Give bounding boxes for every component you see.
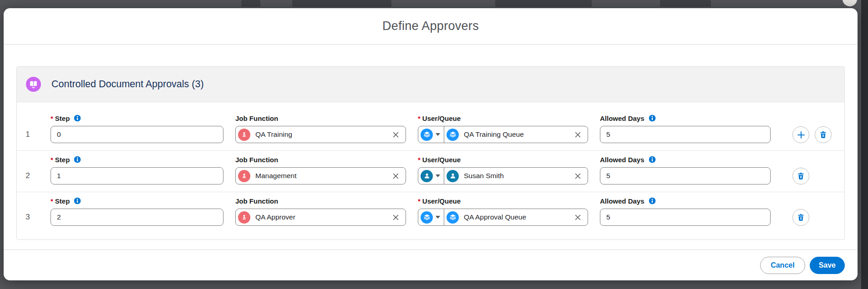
info-icon[interactable] [649,115,656,122]
info-icon[interactable] [74,115,81,122]
row-actions [792,168,838,184]
job-function-pill[interactable]: QA Approver [235,209,406,226]
user-queue-label: * User/Queue [418,114,588,122]
close-icon[interactable] [574,172,582,180]
required-asterisk: * [418,115,421,122]
job-function-field: Job Function Management [235,155,406,184]
section-title: Controlled Document Approvals (3) [51,79,204,90]
job-function-value: QA Approver [255,213,392,221]
user-queue-combobox: QA Training Queue [418,126,588,143]
trash-icon [819,130,827,139]
close-icon[interactable] [392,214,400,221]
row-number: 3 [17,209,39,226]
approver-row: 3 * Step Job Function [17,192,844,239]
step-label: * Step [51,114,223,122]
job-function-field: Job Function QA Approver [235,197,406,226]
step-label: * Step [51,197,223,205]
info-icon[interactable] [649,156,656,163]
delete-row-button[interactable] [815,126,832,143]
allowed-days-label-text: Allowed Days [600,115,645,122]
add-row-button[interactable] [792,126,809,143]
user-queue-pill[interactable]: QA Training Queue [444,126,588,143]
plus-icon [796,130,806,140]
approver-row: 1 * Step Job Function [17,102,844,150]
user-queue-combobox: Susan Smith [418,167,588,184]
person-badge-icon [238,170,250,182]
dimmed-background-element [660,0,711,7]
row-actions [792,126,838,143]
user-queue-value: Susan Smith [464,172,574,180]
job-function-label: Job Function [235,114,406,122]
user-queue-type-selector[interactable] [418,168,444,184]
delete-row-button[interactable] [792,209,809,226]
allowed-days-input[interactable] [600,167,771,184]
define-approvers-modal: Define Approvers Controlled Document App… [4,8,858,280]
user-queue-type-selector[interactable] [418,126,444,143]
close-icon[interactable] [392,172,400,180]
step-input[interactable] [51,167,223,184]
trash-icon [797,172,805,180]
user-icon [421,170,433,182]
section-header: Controlled Document Approvals (3) [17,67,844,102]
step-label-text: Step [55,115,70,122]
info-icon[interactable] [74,156,81,163]
modal-title: Define Approvers [382,19,479,33]
user-queue-label-text: User/Queue [422,115,461,122]
layers-icon [421,129,433,141]
layers-icon [447,211,459,224]
step-field: * Step [51,114,223,143]
person-badge-icon [238,129,250,141]
user-queue-field: * User/Queue [418,155,588,184]
cancel-button[interactable]: Cancel [760,257,805,274]
modal-header: Define Approvers [4,8,858,45]
user-queue-pill[interactable]: QA Approval Queue [444,209,588,225]
dimmed-background-element [241,0,260,7]
user-queue-label: * User/Queue [418,155,588,164]
allowed-days-label: Allowed Days [600,197,771,205]
background-circle [843,0,857,6]
allowed-days-input[interactable] [600,209,771,226]
info-icon[interactable] [74,197,81,204]
layers-icon [447,129,459,141]
user-queue-value: QA Approval Queue [464,213,574,221]
user-queue-pill[interactable]: Susan Smith [444,168,588,184]
job-function-pill[interactable]: QA Training [235,126,406,143]
save-button[interactable]: Save [810,257,845,274]
job-function-value: Management [255,172,392,180]
job-function-label: Job Function [235,197,406,205]
close-icon[interactable] [392,131,400,139]
step-input[interactable] [51,126,223,143]
close-icon[interactable] [574,131,582,139]
allowed-days-label: Allowed Days [600,114,771,122]
approver-rows: 1 * Step Job Function [17,102,844,239]
user-queue-value: QA Training Queue [464,130,574,139]
row-actions [792,209,838,226]
dimmed-background-element [292,0,391,7]
row-number: 1 [17,126,39,143]
step-field: * Step [51,197,223,226]
job-function-pill[interactable]: Management [235,167,406,184]
chevron-down-icon [436,133,440,136]
required-asterisk: * [51,197,53,205]
dimmed-background-element [495,0,592,7]
user-queue-field: * User/Queue [418,114,588,143]
chevron-down-icon [436,174,440,177]
delete-row-button[interactable] [792,168,809,184]
close-icon[interactable] [574,214,582,221]
user-queue-label: * User/Queue [418,197,588,205]
user-queue-label-text: User/Queue [422,197,461,205]
user-queue-type-selector[interactable] [418,209,444,225]
info-icon[interactable] [649,197,656,204]
allowed-days-field: Allowed Days [600,197,771,226]
approvals-panel: Controlled Document Approvals (3) 1 * St… [16,66,845,240]
trash-icon [797,213,805,222]
allowed-days-field: Allowed Days [600,155,771,184]
required-asterisk: * [51,115,53,122]
modal-footer: Cancel Save [4,249,858,280]
step-input[interactable] [51,209,223,226]
allowed-days-input[interactable] [600,126,771,143]
background-right-strip [861,0,868,289]
chevron-down-icon [436,216,440,219]
step-label-text: Step [55,156,70,164]
job-function-label-text: Job Function [235,156,278,164]
